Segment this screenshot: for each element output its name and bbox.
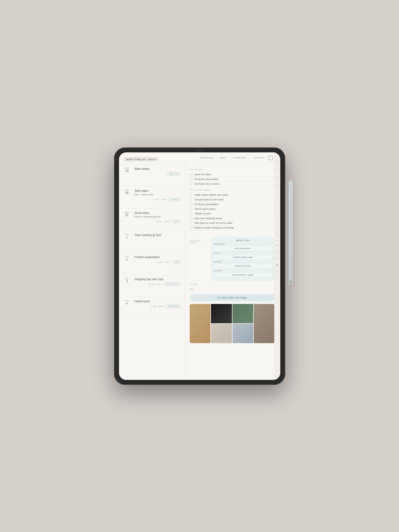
photo-3 [232,304,253,323]
day-num: 4 [122,302,132,305]
todo-item-2: Products presentation [190,202,275,207]
circle-icon-3[interactable]: ⊙ [275,269,280,274]
camera-dot-1 [196,150,197,151]
for-next-week: FOR NEXT WEEK [190,237,208,281]
todo-text: Make orders before next week [195,194,275,196]
week-header: Week of May 29 - June 4 [119,152,185,165]
time-row: 11:00 - 12:00 LEGS [134,220,182,223]
priority-circle [190,178,192,181]
todo-circle [190,222,192,224]
notes-quote: Do what makes you happy [190,294,275,301]
todo-text: Get more shipping boxes [195,217,275,220]
day-label: SUN 4 [122,300,132,305]
day-num: 2 [122,258,132,261]
photo-2 [211,304,232,323]
time-text: 17:30 - 18:30 [154,198,167,201]
heart-icon: ♡ [190,287,275,292]
day-name: FRI [122,256,132,258]
month-mar: MAR [276,174,278,182]
nav-custom[interactable]: CUSTOM [254,157,265,159]
todo-container: Make orders before next week Get groceri… [190,193,275,230]
day-label: MON 29 [122,167,132,173]
week-badge: Week of May 29 - June 4 [123,157,158,162]
todo-text: Tiktoks & reels [195,212,275,215]
snacks-label: SNACKS [214,270,272,272]
camera-bar [196,150,203,151]
time-row: 17:45 - 18:15 ABS/CORE [134,305,182,308]
circle-icon-4[interactable]: ○ [275,276,280,281]
edit-icon[interactable]: ✎ [275,249,280,254]
todo-circle [190,226,192,229]
content-area: PRIORITIES Send off orders Products pres… [185,163,280,346]
scene: Week of May 29 - June 4 MON 29 Make orde… [103,139,296,393]
nav-schedule[interactable]: SCHEDULE [199,157,213,159]
todo-item-3: Seal & pack orders [190,207,275,211]
day-label: SAT 3 [122,278,132,283]
day-label: WED 31 [122,211,132,217]
day-name: MON [122,167,132,169]
grid-icon[interactable]: ⊞ [275,243,280,248]
dinner-item: DINNER Salmon and rice [214,261,272,268]
tablet-frame: Week of May 29 - June 4 MON 29 Make orde… [114,147,285,385]
month-jan: JAN [276,158,278,165]
notes-label: NOTES [190,284,275,285]
day-num: 31 [122,213,132,217]
todo-item-1: Get groceries for the week [190,197,275,202]
time-text: 17:45 - 18:15 [151,305,164,308]
day-label: FRI 2 [122,256,132,261]
month-jul: JUL [276,207,278,214]
day-content: Product presentation 11:00 - 12:00 LEGS [132,256,182,264]
priority-circle [190,173,192,176]
day-title: Product presentation [134,256,182,259]
day-title: Team meeting @ 2pm [134,234,182,237]
dinner-label: DINNER [214,261,272,263]
month-apr: APR [276,182,278,190]
schedule-container: MON 29 Make orders WALKING TUE 30 Seal o… [119,165,185,319]
nav-overview[interactable]: OVERVIEW [233,157,247,159]
for-next-week-label: FOR NEXT WEEK [190,240,208,243]
photo-6 [232,324,253,343]
todo-item-0: Make orders before next week [190,193,275,197]
home-icon[interactable]: ⌂ [268,156,273,160]
todo-text: Get groceries for the week [195,198,275,201]
meal-card: MEAL PLAN BREAKFAST oats with berries LU… [211,237,275,281]
time-row: 17:30 - 18:30 CARDIO [134,198,182,201]
day-title: Shopping day with Judy [134,278,182,281]
priorities-container: Send off orders Products presentation Ge… [190,172,275,186]
priority-text: Products presentation [195,178,275,181]
priorities-label: PRIORITIES [190,169,275,171]
workout-badge: WALKING [167,172,182,176]
lunch-label: LUNCH [214,252,272,254]
day-content: Send orders work on student planner 11:0… [132,211,182,223]
time-text: 11:00 - 12:00 [156,220,169,223]
snacks-value: almond butter + apple [214,273,272,277]
month-oct: OCT [276,231,278,239]
circle-icon-2[interactable]: ◉ [275,263,280,268]
priority-text: Get back into a routine [195,182,275,185]
tablet-screen: Week of May 29 - June 4 MON 29 Make orde… [119,152,280,380]
circle-icon-1[interactable]: ◎ [275,256,280,261]
day-content: Team meeting @ 2pm [132,234,182,237]
workout-badge: LEGS [171,260,182,264]
priority-item-2: Get back into a routine [190,182,275,186]
notes-section: NOTES ♡ Do what makes you happy [190,284,275,301]
camera-dot-3 [202,150,203,151]
workout-badge: LEGS [171,220,182,223]
photo-4 [254,304,275,343]
todo-item-5: Get more shipping boxes [190,216,275,221]
day-row-sun: SUN 4 Family lunch 17:45 - 18:15 ABS/COR… [119,297,185,319]
day-name: TUE [122,189,132,191]
meal-plan-section: FOR NEXT WEEK MEAL PLAN BREAKFAST oats w… [190,237,275,281]
time-row: 11:00 - 11:30 STRETCHING [134,282,182,286]
camera-dot-2 [199,150,200,151]
priority-text: Send off orders [195,173,275,176]
top-nav: SCHEDULE | BOX | OVERVIEW | CUSTOM ⌂ [185,152,280,163]
breakfast-item: BREAKFAST oats with berries [214,243,272,250]
month-sep: SEP [276,223,278,231]
day-label: TUE 30 [122,189,132,195]
day-content: Shopping day with Judy 11:00 - 11:30 STR… [132,278,182,286]
nav-box[interactable]: BOX [220,157,226,159]
day-label: THU 1 [122,234,132,239]
day-row-sat: SAT 3 Shopping day with Judy 11:00 - 11:… [119,275,185,297]
todo-text: Film pack an order w/ me for order [195,222,275,224]
